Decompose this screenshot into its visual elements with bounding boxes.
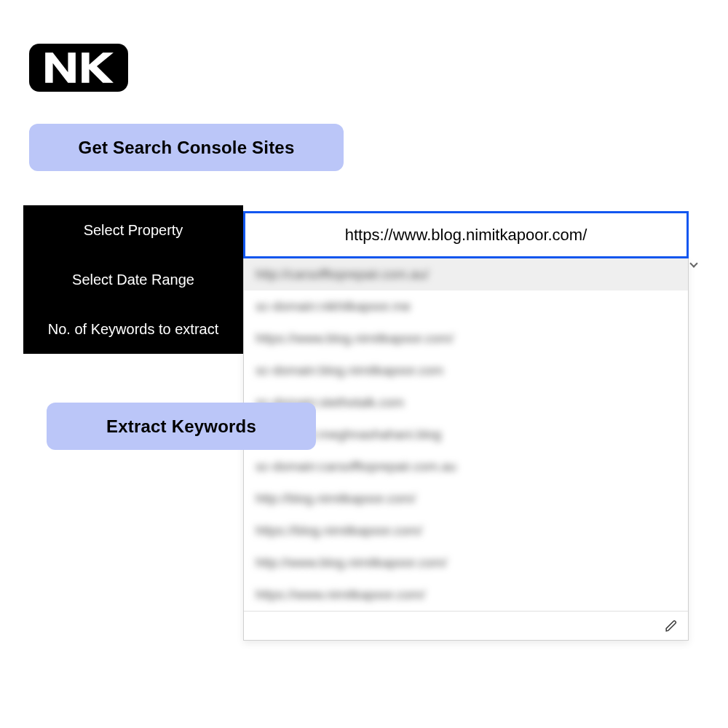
dropdown-option[interactable]: sc-domain:carsofftoprepair.com.au	[244, 451, 688, 483]
label-keywords-count: No. of Keywords to extract	[23, 304, 243, 354]
dropdown-option[interactable]: sc-domain:nikhilkapoor.me	[244, 290, 688, 323]
dropdown-option[interactable]: https://www.nimitkapoor.com/	[244, 579, 688, 611]
chevron-down-icon	[689, 259, 697, 267]
dropdown-selected-value: https://www.blog.nimitkapoor.com/	[345, 226, 587, 245]
form-labels: Select Property Select Date Range No. of…	[23, 205, 243, 354]
dropdown-option[interactable]: https://www.blog.nimitkapoor.com/	[244, 323, 688, 355]
dropdown-option[interactable]: http://www.blog.nimitkapoor.com/	[244, 547, 688, 579]
logo	[29, 44, 128, 92]
button-label: Get Search Console Sites	[79, 138, 295, 158]
dropdown-option[interactable]: sc-domain:blog.nimitkapoor.com	[244, 355, 688, 387]
edit-icon[interactable]	[665, 620, 678, 633]
get-search-console-sites-button[interactable]: Get Search Console Sites	[29, 124, 344, 171]
property-dropdown-list: http://carsofftoprepair.com.au/ sc-domai…	[243, 258, 689, 641]
dropdown-option[interactable]: http://carsofftoprepair.com.au/	[244, 258, 688, 290]
label-select-property: Select Property	[23, 205, 243, 255]
property-dropdown-selected[interactable]: https://www.blog.nimitkapoor.com/	[243, 211, 689, 258]
label-select-date-range: Select Date Range	[23, 255, 243, 304]
button-label: Extract Keywords	[106, 416, 256, 437]
dropdown-option[interactable]: https://blog.nimitkapoor.com/	[244, 515, 688, 547]
dropdown-footer	[244, 611, 688, 640]
extract-keywords-button[interactable]: Extract Keywords	[47, 403, 316, 450]
dropdown-option[interactable]: http://blog.nimitkapoor.com/	[244, 483, 688, 515]
